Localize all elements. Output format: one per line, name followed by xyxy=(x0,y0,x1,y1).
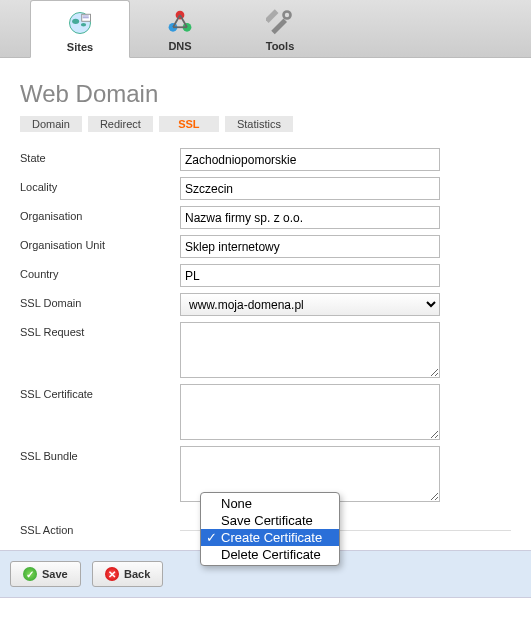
subtab-redirect[interactable]: Redirect xyxy=(88,116,153,132)
ssl-action-label: SSL Action xyxy=(20,520,180,536)
back-button-label: Back xyxy=(124,568,150,580)
state-input[interactable] xyxy=(180,148,440,171)
ssl-action-option-save[interactable]: Save Certificate xyxy=(201,512,339,529)
subtab-domain[interactable]: Domain xyxy=(20,116,82,132)
ssl-certificate-label: SSL Certificate xyxy=(20,384,180,400)
svg-point-2 xyxy=(81,23,86,27)
tab-tools-label: Tools xyxy=(266,40,295,52)
svg-point-1 xyxy=(72,19,79,24)
organisation-unit-input[interactable] xyxy=(180,235,440,258)
tab-dns-label: DNS xyxy=(168,40,191,52)
close-icon: ✕ xyxy=(105,567,119,581)
country-label: Country xyxy=(20,264,180,280)
ssl-request-label: SSL Request xyxy=(20,322,180,338)
dns-icon xyxy=(166,8,194,36)
country-input[interactable] xyxy=(180,264,440,287)
back-button[interactable]: ✕ Back xyxy=(92,561,163,587)
check-icon: ✓ xyxy=(23,567,37,581)
page-title: Web Domain xyxy=(20,80,511,108)
tab-tools[interactable]: Tools xyxy=(230,0,330,57)
svg-point-13 xyxy=(284,12,291,19)
ssl-action-option-none[interactable]: None xyxy=(201,495,339,512)
ssl-certificate-textarea[interactable] xyxy=(180,384,440,440)
save-button[interactable]: ✓ Save xyxy=(10,561,81,587)
svg-rect-12 xyxy=(266,9,278,23)
sites-icon xyxy=(66,9,94,37)
ssl-bundle-label: SSL Bundle xyxy=(20,446,180,462)
save-button-label: Save xyxy=(42,568,68,580)
ssl-action-option-create[interactable]: Create Certificate xyxy=(201,529,339,546)
subtabs: Domain Redirect SSL Statistics xyxy=(20,116,511,132)
subtab-statistics[interactable]: Statistics xyxy=(225,116,293,132)
locality-label: Locality xyxy=(20,177,180,193)
organisation-input[interactable] xyxy=(180,206,440,229)
ssl-action-option-delete[interactable]: Delete Certificate xyxy=(201,546,339,563)
ssl-action-dropdown: None Save Certificate Create Certificate… xyxy=(200,492,340,566)
ssl-domain-select[interactable]: www.moja-domena.pl xyxy=(180,293,440,316)
main-tabbar: Sites DNS Tools xyxy=(0,0,531,58)
subtab-ssl[interactable]: SSL xyxy=(159,116,219,132)
tab-sites-label: Sites xyxy=(67,41,93,53)
organisation-label: Organisation xyxy=(20,206,180,222)
locality-input[interactable] xyxy=(180,177,440,200)
state-label: State xyxy=(20,148,180,164)
organisation-unit-label: Organisation Unit xyxy=(20,235,180,251)
ssl-domain-label: SSL Domain xyxy=(20,293,180,309)
ssl-request-textarea[interactable] xyxy=(180,322,440,378)
tools-icon xyxy=(266,8,294,36)
tab-dns[interactable]: DNS xyxy=(130,0,230,57)
tab-sites[interactable]: Sites xyxy=(30,0,130,58)
